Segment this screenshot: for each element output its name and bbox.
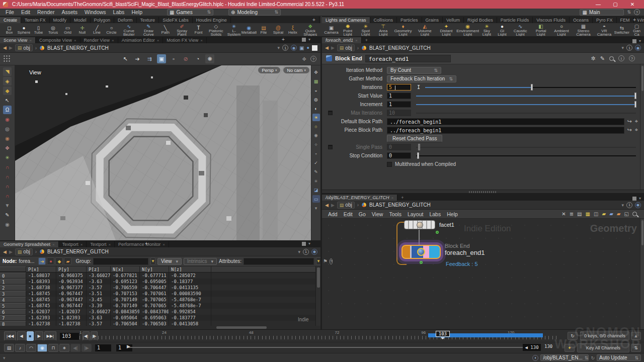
key-icon[interactable]: ✦ <box>565 344 575 352</box>
cell[interactable]: -1.02738 <box>56 321 87 326</box>
shelf-tool[interactable]: ✛ Null <box>75 25 90 34</box>
cell[interactable]: -0.707149 <box>111 303 140 309</box>
close-icon[interactable]: × <box>29 38 32 43</box>
table-row[interactable]: 4-1.68745-0.967447-3.45-0.707149-0.70706… <box>0 297 315 303</box>
path-node-label[interactable]: BLAST_ENERGY_GLITCH <box>369 45 431 51</box>
maximize-button[interactable]: ▢ <box>607 2 624 7</box>
network-editor[interactable]: Geometry Indie Edition facet1 Block End … <box>322 219 644 329</box>
link-badge[interactable]: 1 <box>303 249 309 255</box>
row-index[interactable]: 2 <box>0 285 26 291</box>
iterations-field[interactable]: 5 <box>387 84 411 90</box>
row-index[interactable]: 1 <box>0 279 26 285</box>
cell[interactable]: -0.183777 <box>169 315 211 321</box>
shelf-tab[interactable]: Grains <box>422 17 443 23</box>
range-next-icon[interactable]: |▶ <box>82 344 92 352</box>
desktop-select[interactable]: ▦ Main <box>580 9 624 16</box>
shelf-tool[interactable]: ▣ Camera <box>324 25 339 34</box>
cell[interactable]: -0.18377 <box>169 279 211 285</box>
view-select[interactable]: View▾ <box>157 258 182 265</box>
cell[interactable]: -3.57 <box>87 285 111 291</box>
cell[interactable]: -0.707065 <box>140 297 169 303</box>
iteration-method-select[interactable]: By Count⇅ <box>387 67 441 74</box>
column-header[interactable]: P[z] <box>87 266 111 272</box>
row-index[interactable]: 7 <box>0 315 26 321</box>
chevron-down-icon[interactable]: ▾ <box>298 249 300 254</box>
help-icon[interactable]: ? <box>330 258 333 264</box>
menu-item[interactable]: Edit <box>341 211 356 217</box>
camera-link-icon[interactable]: ◉ <box>311 249 317 255</box>
range-start-handle[interactable]: ▶ <box>127 344 130 349</box>
reset-cached-pass-button[interactable]: Reset Cached Pass <box>387 135 442 142</box>
nav-forward-icon[interactable]: ▶ <box>9 249 13 254</box>
shelf-tab[interactable]: Polygon <box>91 17 115 23</box>
cell[interactable]: -0.963934 <box>56 279 87 285</box>
shelf-tab[interactable]: Rigid Bodies <box>464 17 497 23</box>
pane-divider[interactable] <box>322 190 644 194</box>
cell[interactable]: -3.66027 <box>87 273 111 279</box>
cell[interactable]: -1.68393 <box>26 279 56 285</box>
shelf-tool[interactable]: ☀ Sky Light <box>478 24 495 36</box>
cell[interactable]: -0.707061 <box>140 291 169 297</box>
path-root-chip[interactable]: ▤ obj <box>15 248 33 255</box>
sheet-hscrollbar[interactable] <box>0 326 320 329</box>
projection-select[interactable]: Persp▾ <box>258 67 280 73</box>
display-option-icon[interactable]: ◍ <box>312 96 320 103</box>
shelf-tool[interactable]: ▤ File <box>256 25 271 34</box>
cell[interactable]: -0.0843859 <box>111 309 140 315</box>
max-iterations-checkbox[interactable] <box>328 111 333 115</box>
shelf-tool[interactable]: ▭ Grid <box>60 25 75 34</box>
shelf-tab[interactable]: Vellum <box>443 17 464 23</box>
cell[interactable]: -0.707153 <box>111 291 140 297</box>
shelf-tool[interactable]: ◇ Platonic Solids <box>206 24 226 36</box>
network-tool-icon[interactable]: ✕ <box>561 211 566 217</box>
shelf-tab[interactable]: Particle Fluids <box>497 17 533 23</box>
shelf-tool[interactable]: ○ Circle <box>104 25 119 34</box>
playback-option-icon[interactable]: ◠ <box>26 344 36 352</box>
display-option-icon[interactable]: ▫ <box>312 150 320 157</box>
cell[interactable]: -3.51 <box>87 291 111 297</box>
close-icon[interactable]: × <box>52 242 55 247</box>
shelf-tool[interactable]: ◎ Torus <box>46 25 60 34</box>
shelf-tool[interactable]: ● Sphere <box>17 25 31 34</box>
pane-tab[interactable]: Motion FX View × <box>163 37 207 43</box>
pane-menu[interactable]: ▾ <box>302 37 313 42</box>
sheet-mode-icon[interactable]: ● <box>47 257 54 265</box>
start-value-field[interactable]: 1 <box>387 93 411 99</box>
display-option-icon[interactable]: ○ <box>312 123 320 130</box>
key-all-channels-button[interactable]: Key All Channels <box>577 343 629 352</box>
pane-tab[interactable]: Composite View × <box>36 37 80 43</box>
pane-tab[interactable]: /obj/BLAST_ENERGY_GLITCH × <box>322 195 397 201</box>
close-icon[interactable]: × <box>108 242 111 247</box>
shelf-tool[interactable]: ◉ Environment Light <box>457 24 478 36</box>
column-header[interactable]: N[x] <box>111 266 140 272</box>
node-label[interactable]: facet1 <box>439 222 454 228</box>
current-tool-swatch[interactable] <box>312 45 317 51</box>
play-button[interactable]: ▶ <box>35 331 43 341</box>
range-slider[interactable]: ▶ <box>127 347 523 348</box>
cell[interactable]: -0.967377 <box>56 285 87 291</box>
camera-select[interactable]: No cam▾ <box>283 67 309 73</box>
shelf-tool[interactable]: ▯ Tube <box>31 25 46 34</box>
network-scrollbar[interactable] <box>640 219 644 329</box>
menu-item[interactable]: Go <box>356 211 369 217</box>
stop-button[interactable]: ■ <box>27 331 34 341</box>
close-icon[interactable]: × <box>74 38 76 43</box>
row-index[interactable]: 4 <box>0 297 26 303</box>
sheet-mode-icon[interactable]: ➔ <box>38 257 46 265</box>
chevron-down-icon[interactable]: ▾ <box>278 45 280 50</box>
cell[interactable]: -1.62393 <box>26 315 56 321</box>
keyframe-options-icon[interactable]: ↻ <box>568 332 578 340</box>
viewport-tool-icon[interactable]: ➔ <box>133 54 142 63</box>
shelf-tool[interactable]: ● GI Light <box>495 24 509 36</box>
stop-condition-field[interactable]: 0 <box>387 152 411 159</box>
nav-back-icon[interactable]: ◀ <box>3 45 7 50</box>
cell[interactable]: -1.68738 <box>26 285 56 291</box>
shelf-tool[interactable]: ○ Ambient Light <box>550 24 572 36</box>
viewport-mode-icon[interactable]: ∩ <box>3 172 12 181</box>
display-option-icon[interactable]: ◪ <box>312 186 320 194</box>
cell[interactable]: -0.960375 <box>56 273 87 279</box>
shelf-tool[interactable]: @ Spiral <box>271 25 285 34</box>
menu-item[interactable]: Tools <box>386 211 405 217</box>
pane-tab[interactable]: Scene View × <box>0 37 36 43</box>
menu-item[interactable]: Help <box>128 9 146 15</box>
